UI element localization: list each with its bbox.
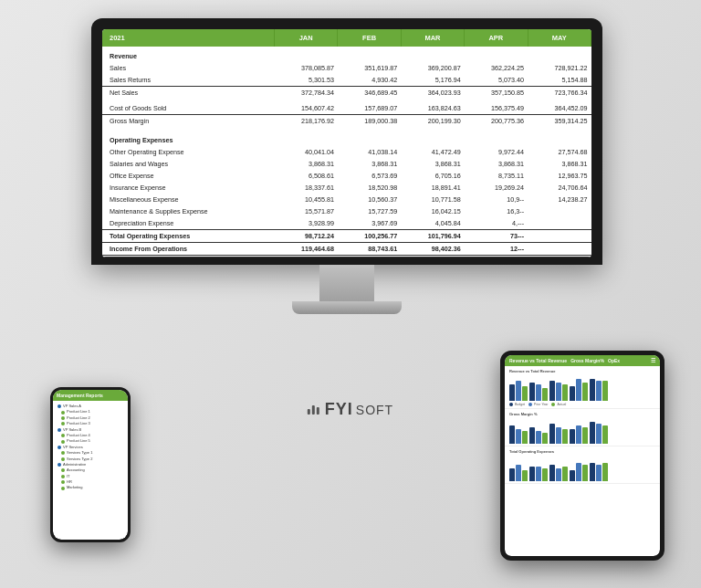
bar-group2-3 xyxy=(549,424,568,444)
misc-apr: 10,9-- xyxy=(465,194,528,205)
tree-dot-icon xyxy=(61,451,65,455)
monitor-stand-base xyxy=(292,301,402,314)
office-exp-feb: 6,573.69 xyxy=(338,170,401,182)
tree-label: Marketing xyxy=(67,485,83,490)
bar3-blue-4 xyxy=(576,463,581,481)
tablet-header-label: Revenue vs Total Revenue Gross Margin% O… xyxy=(509,358,620,363)
maintenance-mar: 16,042.15 xyxy=(401,205,464,217)
legend-actual-label: Actual xyxy=(557,403,566,406)
misc-row: Miscellaneous Expense 10,455.81 10,560.3… xyxy=(102,194,591,205)
sales-returns-row: Sales Returns 5,301.53 4,930.42 5,176.94… xyxy=(102,74,591,87)
salaries-may: 3,868.31 xyxy=(528,158,591,170)
depreciation-row: Depreciation Expense 3,928.99 3,967.69 4… xyxy=(102,217,591,230)
bar-navy-1 xyxy=(509,384,515,401)
bar-navy-5 xyxy=(590,379,595,401)
total-opex-feb: 100,256.77 xyxy=(338,230,401,243)
other-opex-feb: 41,038.14 xyxy=(338,146,401,158)
office-exp-row: Office Expense 6,508.61 6,573.69 6,705.1… xyxy=(102,170,591,182)
bar3 xyxy=(317,407,319,415)
sales-returns-apr: 5,073.40 xyxy=(465,74,528,87)
depreciation-mar: 4,045.84 xyxy=(401,217,464,230)
chart-section-2: Gross Margin % xyxy=(505,409,660,446)
bar-green-3 xyxy=(562,384,568,401)
cogs-feb: 157,689.07 xyxy=(338,102,401,115)
bar3-blue-5 xyxy=(596,465,602,481)
bar2-green-3 xyxy=(562,429,568,444)
col-may: MAY xyxy=(528,29,591,47)
income-ops-jan: 119,464.68 xyxy=(275,243,338,257)
misc-jan: 10,455.81 xyxy=(275,194,338,205)
office-exp-jan: 6,508.61 xyxy=(275,170,338,182)
tree-item-marketing: Marketing xyxy=(56,485,125,490)
gross-margin-row: Gross Margin 218,176.92 189,000.38 200,1… xyxy=(102,115,591,128)
sales-returns-may: 5,154.88 xyxy=(528,74,591,87)
gross-margin-may: 359,314.25 xyxy=(528,115,591,128)
tree-dot-icon xyxy=(61,468,65,472)
net-sales-row: Net Sales 372,784.34 346,689.45 364,023.… xyxy=(102,87,591,100)
bar2-blue-3 xyxy=(556,427,561,444)
bar-group-5 xyxy=(590,379,608,401)
other-opex-may: 27,574.68 xyxy=(528,146,591,158)
tree-dot-icon xyxy=(58,428,61,432)
maintenance-row: Maintenance & Supplies Expense 15,571.87… xyxy=(102,205,591,217)
revenue-section-label: Revenue xyxy=(102,50,591,62)
sales-returns-feb: 4,930.42 xyxy=(338,74,401,87)
income-ops-row: Income From Operations 119,464.68 88,743… xyxy=(102,243,591,257)
monitor-stand-neck xyxy=(319,265,374,301)
cogs-may: 364,452.09 xyxy=(528,102,591,115)
tree-dot-icon xyxy=(61,457,65,461)
spreadsheet-header: 2021 JAN FEB MAR APR MAY xyxy=(102,29,591,47)
insurance-row: Insurance Expense 18,337.61 18,520.98 18… xyxy=(102,182,591,194)
total-opex-row: Total Operating Expenses 98,712.24 100,2… xyxy=(102,230,591,243)
bar-green-1 xyxy=(522,386,528,401)
bar-navy-4 xyxy=(570,386,575,401)
office-exp-mar: 6,705.16 xyxy=(401,170,464,182)
bar2-green-5 xyxy=(602,425,608,444)
bar2-navy-2 xyxy=(529,427,535,444)
bar-group3-1 xyxy=(509,465,528,481)
net-sales-may: 723,766.34 xyxy=(528,87,591,100)
sales-label: Sales xyxy=(102,62,275,74)
sales-may: 728,921.22 xyxy=(528,62,591,74)
bar2-blue-4 xyxy=(576,425,581,444)
bar2-navy-4 xyxy=(570,429,575,444)
misc-label: Miscellaneous Expense xyxy=(102,194,275,205)
bar2-navy-1 xyxy=(509,425,515,444)
col-feb: FEB xyxy=(338,29,401,47)
maintenance-label: Maintenance & Supplies Expense xyxy=(102,205,275,217)
cogs-apr: 156,375.49 xyxy=(465,102,528,115)
bar2-blue-1 xyxy=(516,429,521,444)
other-opex-row: Other Operating Expense 40,041.04 41,038… xyxy=(102,146,591,158)
bar2-blue-5 xyxy=(596,424,602,444)
tree-dot-icon xyxy=(58,446,61,449)
insurance-apr: 19,269.24 xyxy=(465,182,528,194)
logo-fyi: FYI xyxy=(325,400,353,419)
maintenance-jan: 15,571.87 xyxy=(275,205,338,217)
legend-prior-label: Prior Year xyxy=(534,403,548,406)
bar-blue-5 xyxy=(596,381,602,401)
revenue-label: Revenue xyxy=(102,50,591,62)
tree-dot-icon xyxy=(61,434,65,437)
tree-dot-icon xyxy=(58,404,61,408)
sales-mar: 369,200.87 xyxy=(401,62,464,74)
misc-mar: 10,771.58 xyxy=(401,194,464,205)
phone-screen: Management Reports VP Sales A Product Li… xyxy=(53,390,128,540)
tree-dot-icon xyxy=(61,440,65,444)
sales-returns-jan: 5,301.53 xyxy=(275,74,338,87)
insurance-feb: 18,520.98 xyxy=(338,182,401,194)
chart1-bars xyxy=(509,375,655,401)
bar-group3-3 xyxy=(549,465,568,481)
net-sales-label: Net Sales xyxy=(102,87,275,100)
bar3-navy-2 xyxy=(529,467,535,481)
opex-section-label: Operating Expenses xyxy=(102,134,591,146)
depreciation-jan: 3,928.99 xyxy=(275,217,338,230)
total-opex-label: Total Operating Expenses xyxy=(102,230,275,243)
insurance-jan: 18,337.61 xyxy=(275,182,338,194)
bar2-blue-2 xyxy=(536,431,541,444)
tablet: Revenue vs Total Revenue Gross Margin% O… xyxy=(500,351,664,561)
chart2-bars xyxy=(509,418,655,444)
chart3-bars xyxy=(509,456,655,481)
bar-green-5 xyxy=(602,381,608,401)
bar2 xyxy=(312,405,315,415)
phone-tree: VP Sales A Product Line 1 Product Line 2… xyxy=(53,401,128,494)
